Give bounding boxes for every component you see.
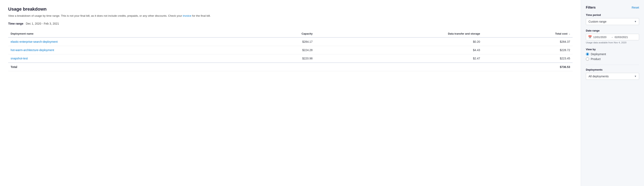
data-transfer-cell-2: $4.43 xyxy=(315,46,482,54)
data-transfer-cell-1: $0.20 xyxy=(315,37,482,46)
data-transfer-cell-3: $2.47 xyxy=(315,54,482,63)
total-label: Total xyxy=(8,63,243,71)
page-layout: Usage breakdown View a breakdown of usag… xyxy=(0,0,644,186)
deployment-link-2[interactable]: hot-warm-architecture-deployment xyxy=(10,48,54,52)
time-period-select-wrapper: Custom range Last 30 days Last 3 months … xyxy=(586,18,639,25)
invoice-link[interactable]: invoice xyxy=(183,14,192,17)
capacity-cell-3: $220.98 xyxy=(243,54,315,63)
sidebar: Filters Reset Time period Custom range L… xyxy=(581,0,644,186)
capacity-cell-1: $284.17 xyxy=(243,37,315,46)
view-by-section: View by Deployment Product xyxy=(586,48,639,61)
date-range-section: Date range 📅 → Usage data available from… xyxy=(586,29,639,44)
page-description: View a breakdown of usage by time range.… xyxy=(8,14,572,18)
deployments-select[interactable]: All deployments xyxy=(586,73,639,80)
col-header-name: Deployment name xyxy=(8,30,243,37)
radio-deployment-label: Deployment xyxy=(591,53,606,56)
reset-button[interactable]: Reset xyxy=(632,6,639,9)
col-header-capacity: Capacity xyxy=(243,30,315,37)
time-range-row: Time range Dec 1, 2020 - Feb 3, 2021 xyxy=(8,22,572,25)
radio-item-deployment[interactable]: Deployment xyxy=(586,53,639,56)
total-cost-cell-2: $228.72 xyxy=(482,46,572,54)
page-title: Usage breakdown xyxy=(8,6,572,12)
table-total-row: Total $736.53 xyxy=(8,63,572,71)
radio-deployment[interactable] xyxy=(586,53,589,56)
usage-table: Deployment name Capacity Data transfer a… xyxy=(8,30,572,71)
date-hint: Usage data available from Nov 4, 2020 xyxy=(586,41,639,44)
time-range-label: Time range xyxy=(8,22,23,25)
col-header-total-cost[interactable]: Total cost ↓ xyxy=(482,30,572,37)
table-row: snapshot-test $220.98 $2.47 $223.45 xyxy=(8,54,572,63)
deployments-select-wrapper: All deployments ▼ xyxy=(586,73,639,80)
deployment-name-cell: snapshot-test xyxy=(8,54,243,63)
view-by-radio-group: Deployment Product xyxy=(586,53,639,61)
date-range-label: Date range xyxy=(586,29,639,32)
total-cost-value: $736.53 xyxy=(482,63,572,71)
capacity-cell-2: $224.28 xyxy=(243,46,315,54)
date-range-wrapper: 📅 → xyxy=(586,34,639,40)
total-data-transfer-empty xyxy=(315,63,482,71)
deployment-name-cell: hot-warm-architecture-deployment xyxy=(8,46,243,54)
col-header-data-transfer: Data transfer and storage xyxy=(315,30,482,37)
radio-item-product[interactable]: Product xyxy=(586,57,639,61)
total-capacity-empty xyxy=(243,63,315,71)
date-arrow-icon: → xyxy=(611,36,614,39)
calendar-icon: 📅 xyxy=(588,35,592,39)
time-period-select[interactable]: Custom range Last 30 days Last 3 months … xyxy=(586,18,639,25)
radio-product[interactable] xyxy=(586,57,589,61)
total-cost-cell-1: $284.37 xyxy=(482,37,572,46)
description-text-1: View a breakdown of usage by time range.… xyxy=(8,14,183,17)
deployment-name-cell: elastic-enterprise-search-deployment xyxy=(8,37,243,46)
deployment-link-3[interactable]: snapshot-test xyxy=(10,57,28,60)
main-content: Usage breakdown View a breakdown of usag… xyxy=(0,0,581,186)
table-header-row: Deployment name Capacity Data transfer a… xyxy=(8,30,572,37)
deployments-label: Deployments xyxy=(586,68,639,71)
sort-icon: ↓ xyxy=(569,33,570,35)
description-text-2: for the final bill. xyxy=(192,14,211,17)
time-range-value: Dec 1, 2020 - Feb 3, 2021 xyxy=(26,22,59,25)
deployment-link-1[interactable]: elastic-enterprise-search-deployment xyxy=(10,40,58,43)
sidebar-title: Filters xyxy=(586,6,596,9)
view-by-label: View by xyxy=(586,48,639,51)
total-cost-cell-3: $223.45 xyxy=(482,54,572,63)
table-row: elastic-enterprise-search-deployment $28… xyxy=(8,37,572,46)
time-period-label: Time period xyxy=(586,13,639,16)
table-row: hot-warm-architecture-deployment $224.28… xyxy=(8,46,572,54)
deployments-section: Deployments All deployments ▼ xyxy=(586,68,639,80)
time-period-section: Time period Custom range Last 30 days La… xyxy=(586,13,639,25)
radio-product-label: Product xyxy=(591,57,600,61)
date-start-input[interactable] xyxy=(593,36,610,39)
date-end-input[interactable] xyxy=(614,36,631,39)
sidebar-header: Filters Reset xyxy=(586,6,639,9)
